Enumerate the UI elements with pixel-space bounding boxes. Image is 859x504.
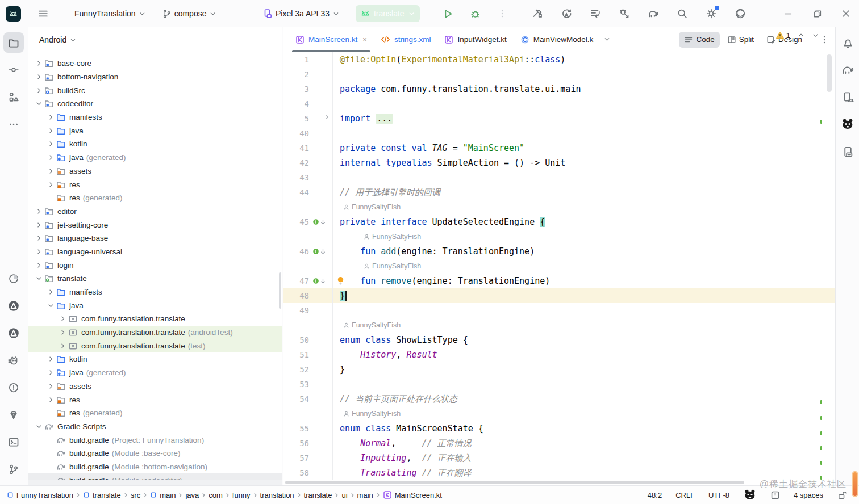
tool-window-pull-requests[interactable]: [3, 87, 24, 107]
status-widget-line-separator[interactable]: CRLF: [675, 491, 695, 499]
tree-item-java[interactable]: java: [28, 124, 282, 137]
chevron-right-icon[interactable]: [34, 220, 44, 229]
tree-item-kotlin[interactable]: kotlin: [28, 137, 282, 151]
tree-item-gradle-scripts[interactable]: Gradle Scripts: [28, 420, 282, 434]
breadcrumb-item-java[interactable]: java: [185, 491, 199, 499]
profile-button[interactable]: [733, 6, 748, 21]
code-author-inlay[interactable]: FunnySaltyFish: [283, 259, 835, 274]
chevron-right-icon[interactable]: [45, 381, 56, 390]
code-line-1[interactable]: 1@file:OptIn(ExperimentalMaterial3Api::c…: [283, 52, 835, 67]
tool-window-gradle[interactable]: [837, 60, 858, 80]
chevron-right-icon[interactable]: [45, 153, 56, 162]
code-line-53[interactable]: 53: [283, 377, 835, 392]
chevron-right-icon[interactable]: [45, 180, 56, 189]
breadcrumb-item-mainscreen-kt[interactable]: MainScreen.kt: [383, 490, 442, 499]
chevron-right-icon[interactable]: [45, 140, 56, 149]
tree-item-com-funny-translation-translate[interactable]: com.funny.translation.translate(test): [28, 339, 282, 352]
tree-item-build-gradle[interactable]: build.gradle(Project: FunnyTranslation): [28, 433, 282, 447]
code-line-54[interactable]: 54// 当前主页面正处在什么状态: [283, 392, 835, 406]
chevron-right-icon[interactable]: [45, 113, 56, 122]
view-toggle-split[interactable]: Split: [722, 32, 759, 48]
tree-item-language-base[interactable]: language-base: [28, 232, 282, 245]
code-line-57[interactable]: 57 Inputting, // 正在输入: [283, 451, 835, 465]
tree-item-jet-setting-core[interactable]: jet-setting-core: [28, 218, 282, 232]
tree-item-res[interactable]: res: [28, 178, 282, 191]
minimize-button[interactable]: [781, 6, 795, 21]
chevron-right-icon[interactable]: [34, 247, 44, 256]
tree-item-res[interactable]: res: [28, 393, 282, 406]
build-button[interactable]: [530, 6, 545, 21]
tree-item-buildsrc[interactable]: buildSrc: [28, 83, 282, 97]
chevron-right-icon[interactable]: [34, 59, 44, 68]
chevron-right-icon[interactable]: [45, 166, 56, 175]
code-line-3[interactable]: 3package com.funny.translation.translate…: [283, 82, 835, 96]
tree-item-com-funny-translation-translate[interactable]: com.funny.translation.translate(androidT…: [28, 326, 282, 339]
code-line-48[interactable]: 48}: [283, 288, 835, 303]
code-line-4[interactable]: 4: [283, 96, 835, 111]
tool-window-logcat[interactable]: [3, 350, 24, 371]
chevron-right-icon[interactable]: [45, 355, 56, 364]
tool-window-profiler[interactable]: [3, 268, 24, 289]
main-menu-button[interactable]: [36, 6, 51, 21]
code-author-inlay[interactable]: FunnySaltyFish: [283, 318, 835, 333]
tree-item-java[interactable]: java(generated): [28, 366, 282, 380]
status-widget-caret-position[interactable]: 48:2: [648, 491, 662, 499]
chevron-right-icon[interactable]: [57, 341, 68, 350]
tool-window-device-manager[interactable]: [837, 87, 858, 107]
chevron-down-icon[interactable]: [34, 422, 44, 431]
breadcrumb-item-main[interactable]: main: [150, 491, 176, 499]
implemented-marker-icon[interactable]: [312, 219, 319, 225]
tree-item-editor[interactable]: editor: [28, 205, 282, 219]
run-button[interactable]: [440, 6, 455, 21]
tool-window-running-devices[interactable]: [837, 141, 858, 162]
status-widget-inspections-status[interactable]: [770, 490, 780, 500]
device-selector[interactable]: Pixel 3a API 33: [260, 5, 342, 23]
tool-window-translation-plugin[interactable]: [837, 114, 858, 135]
code-line-55[interactable]: 55enum class MainScreenState {: [283, 421, 835, 436]
tool-window-version-control[interactable]: [3, 459, 24, 480]
tree-item-kotlin[interactable]: kotlin: [28, 352, 282, 366]
implemented-marker-icon[interactable]: [312, 278, 319, 284]
code-line-52[interactable]: 52}: [283, 362, 835, 377]
breadcrumb-item-src[interactable]: src: [131, 491, 140, 499]
override-arrow-icon[interactable]: [320, 219, 326, 226]
code-line-43[interactable]: 43: [283, 170, 835, 185]
override-arrow-icon[interactable]: [320, 248, 326, 255]
next-problem-button[interactable]: [812, 32, 819, 39]
tree-item-language-universal[interactable]: language-universal: [28, 245, 282, 259]
tool-window-app-insights-top[interactable]: [3, 296, 24, 316]
chevron-right-icon[interactable]: [34, 261, 44, 270]
editor-vscrollbar[interactable]: [827, 54, 832, 92]
chevron-right-icon[interactable]: [45, 288, 56, 297]
code-line-42[interactable]: 42internal typealias SimpleAction = () -…: [283, 156, 835, 170]
chevron-right-icon[interactable]: [57, 328, 68, 337]
chevron-right-icon[interactable]: [34, 234, 44, 243]
intention-bulb-icon[interactable]: [336, 276, 345, 285]
chevron-down-icon[interactable]: [45, 301, 56, 310]
override-arrow-icon[interactable]: [320, 278, 326, 285]
project-tree-scrollbar[interactable]: [279, 272, 281, 309]
project-view-selector[interactable]: Android: [39, 31, 77, 49]
settings-button[interactable]: [704, 6, 719, 21]
tool-window-project[interactable]: [3, 32, 24, 53]
restore-button[interactable]: [810, 6, 824, 21]
prev-problem-button[interactable]: [797, 31, 805, 39]
code-line-41[interactable]: 41private const val TAG = "MainScreen": [283, 141, 835, 156]
tree-item-assets[interactable]: assets: [28, 165, 282, 178]
search-everywhere-button[interactable]: [675, 6, 690, 21]
breadcrumb-item-funnytranslation[interactable]: FunnyTranslation: [7, 491, 73, 499]
tree-item-manifests[interactable]: manifests: [28, 285, 282, 299]
code-line-2[interactable]: 2: [283, 67, 835, 82]
chevron-right-icon[interactable]: [34, 207, 44, 216]
tree-item-bottom-navigation[interactable]: bottom-navigation: [28, 70, 282, 84]
tree-item-manifests[interactable]: manifests: [28, 111, 282, 124]
status-widget-translation-plugin-status[interactable]: [743, 488, 757, 502]
run-configuration-selector[interactable]: translate: [356, 5, 420, 22]
status-widget-indentation[interactable]: 4 spaces: [794, 491, 823, 499]
code-line-40[interactable]: 40: [283, 126, 835, 141]
tree-item-assets[interactable]: assets: [28, 380, 282, 393]
view-toggle-code[interactable]: Code: [679, 32, 719, 48]
attach-debugger-button[interactable]: [617, 6, 632, 21]
tree-item-java[interactable]: java(generated): [28, 151, 282, 165]
chevron-right-icon[interactable]: [57, 314, 68, 324]
